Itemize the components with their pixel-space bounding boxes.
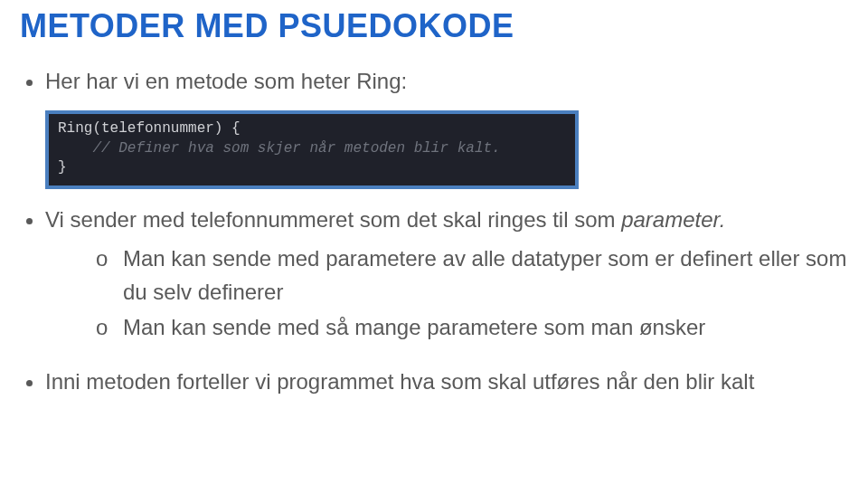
code-indent bbox=[58, 140, 92, 157]
code-line-1: Ring(telefonnummer) { bbox=[58, 120, 241, 137]
bullet-2-text-a: Vi sender med telefonnummeret som det sk… bbox=[45, 207, 621, 232]
code-line-3: } bbox=[58, 159, 67, 176]
sub-2: o Man kan sende med så mange parametere … bbox=[96, 310, 848, 344]
title-rest: MED PSUEDOKODE bbox=[194, 7, 514, 44]
sub-marker-1: o bbox=[96, 242, 108, 275]
bullet-list: Her har vi en metode som heter Ring: bbox=[20, 65, 848, 98]
bullet-2-emph: parameter. bbox=[621, 207, 725, 232]
bullet-3-text: Inni metoden forteller vi programmet hva… bbox=[45, 369, 754, 394]
page-title: METODER MED PSUEDOKODE bbox=[20, 7, 848, 45]
bullet-3: Inni metoden forteller vi programmet hva… bbox=[45, 366, 848, 398]
sub-2-text: Man kan sende med så mange parametere so… bbox=[123, 315, 705, 339]
bullet-2: Vi sender med telefonnummeret som det sk… bbox=[45, 204, 848, 345]
slide: METODER MED PSUEDOKODE Her har vi en met… bbox=[0, 0, 868, 398]
sub-1: o Man kan sende med parametere av alle d… bbox=[96, 242, 848, 309]
code-snippet: Ring(telefonnummer) { // Definer hva som… bbox=[45, 110, 579, 189]
bullet-list-2: Vi sender med telefonnummeret som det sk… bbox=[20, 204, 848, 399]
sub-1-text: Man kan sende med parametere av alle dat… bbox=[123, 246, 846, 304]
title-strong: METODER bbox=[20, 7, 185, 44]
bullet-1-text: Her har vi en metode som heter Ring: bbox=[45, 69, 407, 93]
sub-marker-2: o bbox=[96, 310, 108, 344]
sub-list: o Man kan sende med parametere av alle d… bbox=[45, 242, 848, 345]
code-comment: // Definer hva som skjer når metoden bli… bbox=[92, 140, 500, 157]
bullet-1: Her har vi en metode som heter Ring: bbox=[45, 65, 848, 98]
